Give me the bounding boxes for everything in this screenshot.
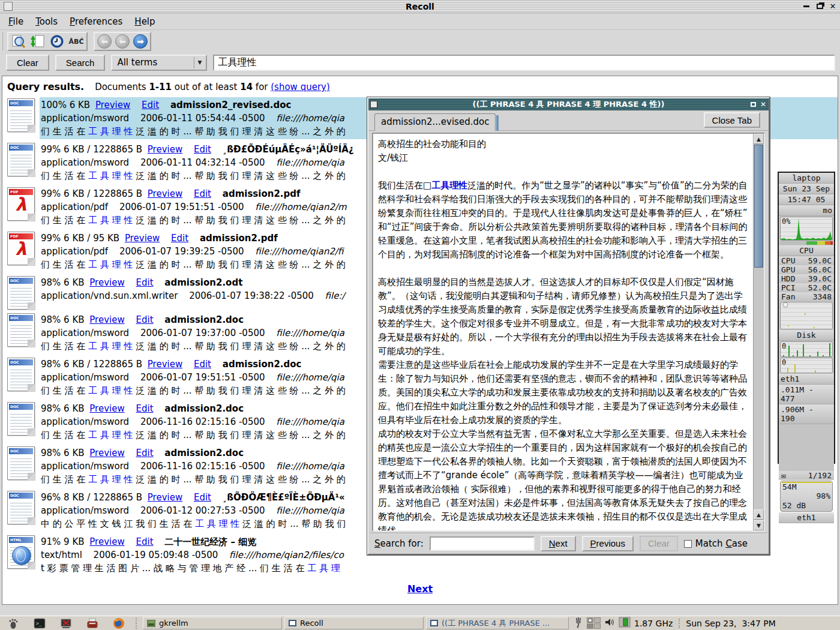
edit-link[interactable]: Edit	[136, 277, 154, 288]
menu-file[interactable]: File	[4, 14, 28, 29]
combo-arrow-icon: ▼	[194, 57, 205, 68]
minimize-button[interactable]	[802, 1, 811, 11]
menu-tools[interactable]: Tools	[31, 14, 62, 29]
result-url: file:///home/qian2/fi	[255, 246, 343, 257]
show-query-link[interactable]: (show query)	[271, 82, 330, 92]
match-case-checkbox[interactable]	[684, 540, 692, 548]
net-interface-label: eth1	[779, 374, 834, 385]
preview-link[interactable]: Preview	[148, 492, 182, 503]
scroll-down-icon[interactable]: ▼	[754, 520, 764, 530]
result-url: file:///home/qia	[276, 461, 344, 472]
preview-link[interactable]: Preview	[95, 100, 130, 110]
fan-row: Fan3348	[779, 292, 834, 301]
edit-link[interactable]: Edit	[194, 359, 211, 370]
cpufreq-icon[interactable]	[619, 617, 631, 629]
power-plug-icon[interactable]	[574, 616, 583, 630]
preview-link[interactable]: Preview	[89, 448, 124, 458]
close-button[interactable]: ✕	[828, 1, 838, 11]
gkrellm-bottom-label: eth1	[779, 512, 834, 523]
logout-app-icon[interactable]	[59, 617, 73, 630]
term-explorer-icon[interactable]: ÅBĈ	[68, 34, 84, 49]
terminal-icon[interactable]: >_	[32, 617, 47, 630]
query-results-title: Query results.	[7, 81, 84, 92]
find-next-button[interactable]: Next	[541, 536, 576, 551]
find-clear-button[interactable]: Clear	[640, 536, 678, 551]
preview-link[interactable]: Preview	[148, 144, 182, 155]
preview-link[interactable]: Preview	[125, 233, 160, 244]
wifi-quality: 98%	[817, 491, 830, 500]
gkrellm-monitor[interactable]: laptop Sun 23 Sep 15:47 05 mo 0% CPU CPU…	[778, 172, 835, 464]
result-mimetype: application/msword	[41, 461, 129, 472]
task-recoll[interactable]: Recoll	[284, 617, 424, 629]
file-type-icon: HTML	[7, 535, 35, 569]
result-filename: ¸ßÐ£ÕÐÉúµÄÉç»á¹¦ÄÜºÍÄ¿	[223, 144, 354, 155]
edit-link[interactable]: Edit	[136, 536, 154, 547]
main-titlebar[interactable]: Recoll ✕	[0, 0, 840, 13]
clear-button[interactable]: Clear	[6, 55, 49, 71]
mail-icon: ✉	[781, 471, 786, 480]
preview-tab[interactable]: admission2...evised.doc	[374, 113, 496, 131]
result-date: 2006-01-07 19:38:22 -0500	[189, 290, 314, 301]
edit-link[interactable]: Edit	[194, 188, 211, 199]
preview-link[interactable]: Preview	[89, 536, 124, 547]
search-mode-select[interactable]: All terms ▼	[111, 55, 207, 71]
advanced-search-icon[interactable]	[11, 34, 26, 49]
sort-parameters-icon[interactable]	[30, 34, 46, 49]
gkrellm-spacer	[779, 424, 834, 471]
taskbar: >_ gkrellm Recoll ((工 PHRASE 4 具 PHRASE …	[0, 616, 840, 630]
result-filename: admission2.odt	[164, 277, 242, 288]
edit-link[interactable]: Edit	[194, 492, 211, 503]
task-gkrellm[interactable]: gkrellm	[143, 617, 282, 629]
close-tab-button[interactable]: Close Tab	[704, 112, 760, 128]
edit-link[interactable]: Edit	[136, 314, 154, 325]
firefox-icon[interactable]	[112, 617, 126, 630]
result-relevance-size: 98% 6 KB	[41, 277, 85, 288]
next-page-icon[interactable]: ➡	[133, 34, 148, 49]
preview-link[interactable]: Preview	[89, 277, 124, 288]
result-mimetype: application/vnd.sun.xml.writer	[41, 290, 178, 301]
gnome-menu-icon[interactable]	[6, 617, 20, 630]
preview-link[interactable]: Preview	[89, 403, 124, 414]
result-filename: 二十一世纪经济 – 细览	[164, 536, 256, 547]
search-for-label: Search for:	[374, 538, 424, 549]
history-clock-icon[interactable]	[49, 34, 65, 49]
scroll-thumb[interactable]	[754, 145, 763, 268]
search-button[interactable]: Search	[55, 55, 106, 71]
first-page-icon[interactable]: ⬅	[97, 34, 112, 49]
window-title: Recoll	[0, 2, 840, 11]
volume-icon[interactable]	[604, 617, 615, 629]
next-page-link[interactable]: Next	[407, 583, 433, 595]
edit-link[interactable]: Edit	[142, 100, 159, 110]
previous-page-icon[interactable]: ⬅	[115, 34, 130, 49]
preview-link[interactable]: Preview	[148, 359, 182, 370]
scroll-up2-icon[interactable]: ▲	[754, 509, 764, 520]
result-mimetype: application/msword	[41, 416, 129, 427]
match-case-option[interactable]: Match Case	[684, 538, 748, 549]
task-preview-window[interactable]: ((工 PHRASE 4 具 PHRASE ...	[426, 617, 569, 629]
menu-help[interactable]: Help	[130, 14, 160, 29]
workspace-pager[interactable]	[587, 617, 601, 629]
preview-scrollbar[interactable]: ▲ ▲ ▼	[753, 134, 764, 530]
typewriter-icon[interactable]	[85, 617, 100, 630]
edit-link[interactable]: Edit	[194, 144, 211, 155]
edit-link[interactable]: Edit	[136, 448, 154, 458]
file-type-icon: DOC	[7, 491, 35, 524]
gkrellm-date: Sun 23 Sep	[779, 184, 834, 194]
find-input[interactable]	[430, 536, 535, 551]
preview-link[interactable]: Preview	[89, 314, 124, 325]
preview-document-text[interactable]: 高校招生的社会功能和目的文/钱江 我们生活在□工具理性泛滥的时代。作为“世之显学…	[373, 134, 753, 530]
menu-preferences[interactable]: Preferences	[65, 14, 127, 29]
toolbar-handle[interactable]	[2, 32, 5, 50]
restore-button[interactable]	[815, 1, 824, 11]
preview-maximize-button[interactable]	[751, 100, 756, 109]
edit-link[interactable]: Edit	[171, 233, 188, 244]
edit-link[interactable]: Edit	[136, 403, 154, 414]
preview-close-button[interactable]: ✕	[760, 100, 766, 109]
taskbar-clock[interactable]: Sun Sep 23, 3:47 PM	[679, 619, 776, 628]
find-previous-button[interactable]: Previous	[582, 536, 634, 551]
query-input[interactable]	[213, 55, 835, 71]
result-mimetype: application/msword	[41, 157, 129, 168]
scroll-up-icon[interactable]: ▲	[754, 134, 764, 144]
preview-titlebar[interactable]: ((工 PHRASE 4 具 PHRASE 4 理 PHRASE 4 性)) ✕	[368, 98, 769, 110]
preview-link[interactable]: Preview	[148, 188, 182, 199]
